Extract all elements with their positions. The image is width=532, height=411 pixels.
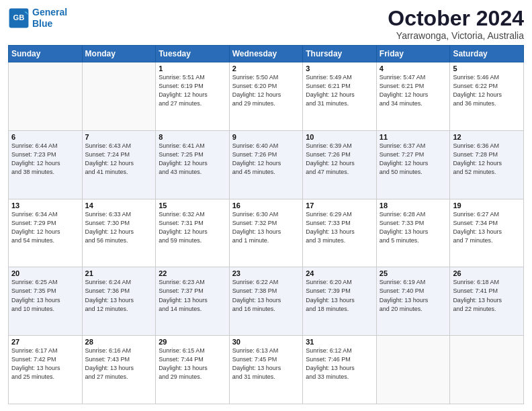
table-row: 9Sunrise: 6:40 AM Sunset: 7:26 PM Daylig… [229, 130, 303, 199]
day-number: 12 [453, 133, 521, 141]
table-row: 6Sunrise: 6:44 AM Sunset: 7:23 PM Daylig… [9, 130, 83, 199]
table-row: 2Sunrise: 5:50 AM Sunset: 6:20 PM Daylig… [229, 62, 303, 131]
logo-icon: GB [8, 7, 30, 29]
title-block: October 2024 Yarrawonga, Victoria, Austr… [388, 7, 524, 41]
table-row: 21Sunrise: 6:24 AM Sunset: 7:36 PM Dayli… [82, 267, 156, 336]
table-row [82, 62, 156, 131]
table-row: 19Sunrise: 6:27 AM Sunset: 7:34 PM Dayli… [450, 199, 524, 267]
table-row: 26Sunrise: 6:18 AM Sunset: 7:41 PM Dayli… [450, 267, 524, 336]
table-row: 20Sunrise: 6:25 AM Sunset: 7:35 PM Dayli… [9, 267, 83, 336]
day-number: 7 [85, 133, 153, 141]
header-sunday: Sunday [9, 46, 83, 62]
day-info: Sunrise: 6:32 AM Sunset: 7:31 PM Dayligh… [159, 210, 226, 245]
day-info: Sunrise: 6:24 AM Sunset: 7:36 PM Dayligh… [85, 278, 153, 313]
day-info: Sunrise: 6:29 AM Sunset: 7:33 PM Dayligh… [306, 210, 373, 245]
table-row: 10Sunrise: 6:39 AM Sunset: 7:26 PM Dayli… [303, 130, 377, 199]
day-number: 22 [159, 269, 226, 277]
day-number: 3 [306, 64, 373, 73]
header-friday: Friday [376, 46, 450, 62]
table-row: 7Sunrise: 6:43 AM Sunset: 7:24 PM Daylig… [82, 130, 156, 199]
calendar-week-row: 27Sunrise: 6:17 AM Sunset: 7:42 PM Dayli… [9, 336, 524, 404]
day-number: 29 [159, 338, 226, 346]
logo-text: General Blue [32, 7, 67, 30]
day-number: 23 [232, 269, 300, 277]
table-row: 14Sunrise: 6:33 AM Sunset: 7:30 PM Dayli… [82, 199, 156, 267]
day-info: Sunrise: 6:43 AM Sunset: 7:24 PM Dayligh… [85, 142, 153, 177]
header-saturday: Saturday [450, 46, 524, 62]
day-number: 18 [380, 201, 447, 210]
day-number: 15 [159, 201, 226, 210]
logo-line2: Blue [32, 18, 52, 29]
table-row: 15Sunrise: 6:32 AM Sunset: 7:31 PM Dayli… [156, 199, 230, 267]
svg-text:GB: GB [13, 13, 25, 21]
day-number: 31 [306, 338, 373, 346]
day-number: 11 [380, 133, 447, 141]
page: GB General Blue October 2024 Yarrawonga,… [0, 0, 532, 411]
day-info: Sunrise: 6:16 AM Sunset: 7:43 PM Dayligh… [85, 347, 153, 381]
table-row: 30Sunrise: 6:13 AM Sunset: 7:45 PM Dayli… [229, 336, 303, 404]
day-number: 5 [453, 64, 521, 73]
day-number: 26 [453, 269, 521, 277]
day-info: Sunrise: 6:27 AM Sunset: 7:34 PM Dayligh… [453, 210, 521, 245]
table-row: 12Sunrise: 6:36 AM Sunset: 7:28 PM Dayli… [450, 130, 524, 199]
day-info: Sunrise: 6:25 AM Sunset: 7:35 PM Dayligh… [11, 278, 79, 313]
calendar-week-row: 6Sunrise: 6:44 AM Sunset: 7:23 PM Daylig… [9, 130, 524, 199]
table-row: 5Sunrise: 5:46 AM Sunset: 6:22 PM Daylig… [450, 62, 524, 131]
day-info: Sunrise: 6:18 AM Sunset: 7:41 PM Dayligh… [453, 278, 521, 313]
table-row: 8Sunrise: 6:41 AM Sunset: 7:25 PM Daylig… [156, 130, 230, 199]
day-number: 10 [306, 133, 373, 141]
table-row: 29Sunrise: 6:15 AM Sunset: 7:44 PM Dayli… [156, 336, 230, 404]
day-info: Sunrise: 5:51 AM Sunset: 6:19 PM Dayligh… [159, 73, 226, 108]
table-row: 27Sunrise: 6:17 AM Sunset: 7:42 PM Dayli… [9, 336, 83, 404]
table-row: 11Sunrise: 6:37 AM Sunset: 7:27 PM Dayli… [376, 130, 450, 199]
day-number: 27 [11, 338, 79, 346]
day-number: 9 [232, 133, 300, 141]
table-row: 18Sunrise: 6:28 AM Sunset: 7:33 PM Dayli… [376, 199, 450, 267]
day-info: Sunrise: 6:19 AM Sunset: 7:40 PM Dayligh… [380, 278, 447, 313]
logo-line1: General [32, 7, 67, 17]
day-number: 6 [11, 133, 79, 141]
header-tuesday: Tuesday [156, 46, 230, 62]
day-number: 25 [380, 269, 447, 277]
table-row: 31Sunrise: 6:12 AM Sunset: 7:46 PM Dayli… [303, 336, 377, 404]
day-number: 2 [232, 64, 300, 73]
calendar-week-row: 20Sunrise: 6:25 AM Sunset: 7:35 PM Dayli… [9, 267, 524, 336]
day-number: 14 [85, 201, 153, 210]
day-info: Sunrise: 5:50 AM Sunset: 6:20 PM Dayligh… [232, 73, 300, 108]
table-row: 3Sunrise: 5:49 AM Sunset: 6:21 PM Daylig… [303, 62, 377, 131]
day-number: 19 [453, 201, 521, 210]
day-info: Sunrise: 6:34 AM Sunset: 7:29 PM Dayligh… [11, 210, 79, 245]
day-number: 4 [380, 64, 447, 73]
day-number: 20 [11, 269, 79, 277]
day-number: 1 [159, 64, 226, 73]
table-row [450, 336, 524, 404]
day-number: 28 [85, 338, 153, 346]
header-thursday: Thursday [303, 46, 377, 62]
table-row [376, 336, 450, 404]
table-row: 17Sunrise: 6:29 AM Sunset: 7:33 PM Dayli… [303, 199, 377, 267]
table-row: 4Sunrise: 5:47 AM Sunset: 6:21 PM Daylig… [376, 62, 450, 131]
day-number: 30 [232, 338, 300, 346]
header: GB General Blue October 2024 Yarrawonga,… [8, 7, 524, 41]
day-info: Sunrise: 6:44 AM Sunset: 7:23 PM Dayligh… [11, 142, 79, 177]
month-title: October 2024 [388, 7, 524, 30]
day-info: Sunrise: 5:47 AM Sunset: 6:21 PM Dayligh… [380, 73, 447, 108]
day-number: 21 [85, 269, 153, 277]
calendar-header-row: Sunday Monday Tuesday Wednesday Thursday… [9, 46, 524, 62]
day-number: 13 [11, 201, 79, 210]
table-row: 1Sunrise: 5:51 AM Sunset: 6:19 PM Daylig… [156, 62, 230, 131]
table-row: 23Sunrise: 6:22 AM Sunset: 7:38 PM Dayli… [229, 267, 303, 336]
day-info: Sunrise: 6:30 AM Sunset: 7:32 PM Dayligh… [232, 210, 300, 245]
day-info: Sunrise: 6:36 AM Sunset: 7:28 PM Dayligh… [453, 142, 521, 177]
table-row: 25Sunrise: 6:19 AM Sunset: 7:40 PM Dayli… [376, 267, 450, 336]
day-info: Sunrise: 6:15 AM Sunset: 7:44 PM Dayligh… [159, 347, 226, 381]
calendar-week-row: 13Sunrise: 6:34 AM Sunset: 7:29 PM Dayli… [9, 199, 524, 267]
logo: GB General Blue [8, 7, 67, 30]
header-monday: Monday [82, 46, 156, 62]
day-info: Sunrise: 6:20 AM Sunset: 7:39 PM Dayligh… [306, 278, 373, 313]
table-row: 24Sunrise: 6:20 AM Sunset: 7:39 PM Dayli… [303, 267, 377, 336]
day-number: 17 [306, 201, 373, 210]
table-row: 13Sunrise: 6:34 AM Sunset: 7:29 PM Dayli… [9, 199, 83, 267]
day-info: Sunrise: 6:33 AM Sunset: 7:30 PM Dayligh… [85, 210, 153, 245]
day-info: Sunrise: 6:40 AM Sunset: 7:26 PM Dayligh… [232, 142, 300, 177]
